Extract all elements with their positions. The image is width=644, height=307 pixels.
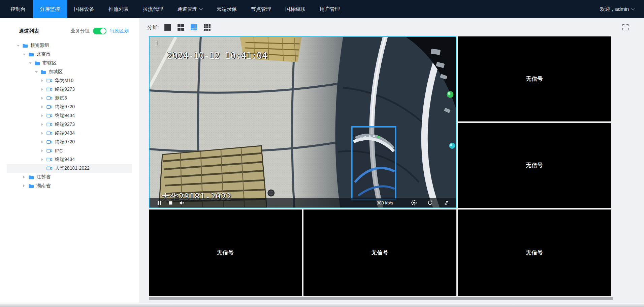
video-window-3[interactable]: 无信号 [458,123,611,208]
player-control-bar: 383 kb/s [150,198,456,207]
video-window-6[interactable]: 无信号 [458,210,611,296]
tree-item-label: 终端9434 [55,130,75,136]
nav-item-label: 国标设备 [74,6,94,12]
split-6-button[interactable] [190,24,198,31]
caret-right-icon[interactable] [40,140,44,144]
expand-window-button[interactable] [442,199,450,207]
nav-item-1[interactable]: 控制台 [3,0,33,18]
tree-item-folder[interactable]: 江苏省 [7,173,132,182]
caret-down-icon[interactable] [34,70,38,74]
nav-item-4[interactable]: 推流列表 [101,0,136,18]
tree-item-label: 终端9273 [55,121,75,128]
caret-right-icon[interactable] [40,79,44,83]
caret-right-icon[interactable] [40,158,44,162]
tree-item-camera[interactable]: 终端9273 [7,85,132,94]
split-label: 分屏: [147,24,159,31]
nav-item-5[interactable]: 拉流代理 [136,0,170,18]
no-signal-label: 无信号 [526,76,543,83]
tree-item-camera[interactable]: IPC [7,146,132,155]
grid-wrap: 1 2024-10-12 10:41:04 大华28181-2022 [149,36,611,300]
nav-item-3[interactable]: 国标设备 [67,0,101,18]
video-window-5[interactable]: 无信号 [303,210,457,296]
folder-icon [34,61,40,66]
camera-icon [46,105,53,109]
tree-item-camera[interactable]: 华为M10 [7,76,132,85]
caret-right-icon[interactable] [40,132,44,135]
nav-item-7[interactable]: 云端录像 [210,0,244,18]
tree-item-camera[interactable]: 终端9434 [7,111,132,120]
camera-icon [46,140,53,144]
tree-item-folder[interactable]: 东城区 [7,67,132,76]
caret-down-icon[interactable] [16,44,20,48]
tree-item-folder[interactable]: 市辖区 [7,59,132,67]
nav-item-label: 国标级联 [285,6,305,12]
no-signal-label: 无信号 [217,249,234,256]
stop-button[interactable] [166,199,174,207]
mute-button[interactable] [178,199,186,207]
split-1-button[interactable] [164,24,171,31]
sidebar-title: 通道列表 [19,28,39,34]
group-region-toggle[interactable] [93,28,106,34]
shutter-settings-button[interactable] [410,199,418,207]
video-window-1[interactable]: 1 2024-10-12 10:41:04 大华28181-2022 [149,36,456,208]
tree-item-label: 东城区 [49,69,63,75]
caret-right-icon[interactable] [22,175,26,179]
caret-right-icon[interactable] [40,105,44,109]
caret-right-icon[interactable] [40,114,44,118]
video-window-4[interactable]: 无信号 [149,210,302,296]
caret-down-icon[interactable] [22,53,26,56]
control-bar-right: 383 kb/s [377,199,450,207]
caret-right-icon[interactable] [40,123,44,127]
user-menu[interactable]: 欢迎，admin [597,0,644,18]
tree-item-camera[interactable]: 终端9720 [7,103,132,111]
channel-tree: 根资源组北京市市辖区东城区华为M10终端9273测试3终端9720终端9434终… [7,41,132,190]
region-label[interactable]: 行政区划 [110,28,129,34]
nav-item-label: 拉流代理 [143,6,163,12]
tree-item-camera[interactable]: 终端9434 [7,155,132,164]
nav-item-8[interactable]: 节点管理 [244,0,278,18]
split-9-button[interactable] [203,24,211,31]
camera-icon [46,87,53,92]
tree-item-folder[interactable]: 湖南省 [7,182,132,190]
nav-item-2[interactable]: 分屏监控 [33,0,67,18]
folder-icon [40,69,46,75]
camera-icon [46,166,53,171]
caret-down-icon[interactable] [28,61,32,65]
osd-timestamp: 2024-10-12 10:41:04 [167,51,267,61]
no-signal-label: 无信号 [371,249,388,256]
caret-right-icon[interactable] [40,149,44,153]
tree-item-folder[interactable]: 根资源组 [7,41,132,50]
split-4-button[interactable] [177,24,185,31]
tree-item-camera[interactable]: 终端9434 [7,129,132,138]
group-toggle-label: 业务分组 [71,28,90,34]
nav-item-9[interactable]: 国标级联 [278,0,313,18]
camera-icon [46,148,53,153]
folder-icon [28,52,34,57]
nav-item-label: 控制台 [10,6,26,12]
tree-item-folder[interactable]: 北京市 [7,50,132,59]
tree-item-label: 大华28181-2022 [55,165,90,171]
nav-item-label: 节点管理 [251,6,271,12]
tree-item-camera[interactable]: 终端9720 [7,138,132,146]
refresh-button[interactable] [426,199,434,207]
pause-button[interactable] [155,199,163,207]
nav-item-10[interactable]: 用户管理 [313,0,347,18]
tree-item-camera[interactable]: 大华28181-2022 [7,164,132,173]
folder-icon [28,175,34,180]
nav-item-label: 通道管理 [177,6,197,12]
nav-item-label: 云端录像 [217,6,237,12]
caret-right-icon[interactable] [40,88,44,91]
tree-item-camera[interactable]: 测试3 [7,94,132,103]
main-area: 分屏: [139,18,644,307]
video-window-2[interactable]: 无信号 [458,36,611,121]
page-horizontal-scrollbar[interactable] [0,303,644,307]
tree-item-camera[interactable]: 终端9273 [7,120,132,129]
caret-placeholder [40,167,44,170]
caret-right-icon[interactable] [22,184,26,188]
caret-right-icon[interactable] [40,96,44,100]
nav-item-6[interactable]: 通道管理 [170,0,210,18]
no-signal-label: 无信号 [526,249,543,256]
fullscreen-button[interactable] [622,24,629,31]
horizontal-scrollbar[interactable] [149,297,613,300]
welcome-text: 欢迎，admin [600,6,629,12]
